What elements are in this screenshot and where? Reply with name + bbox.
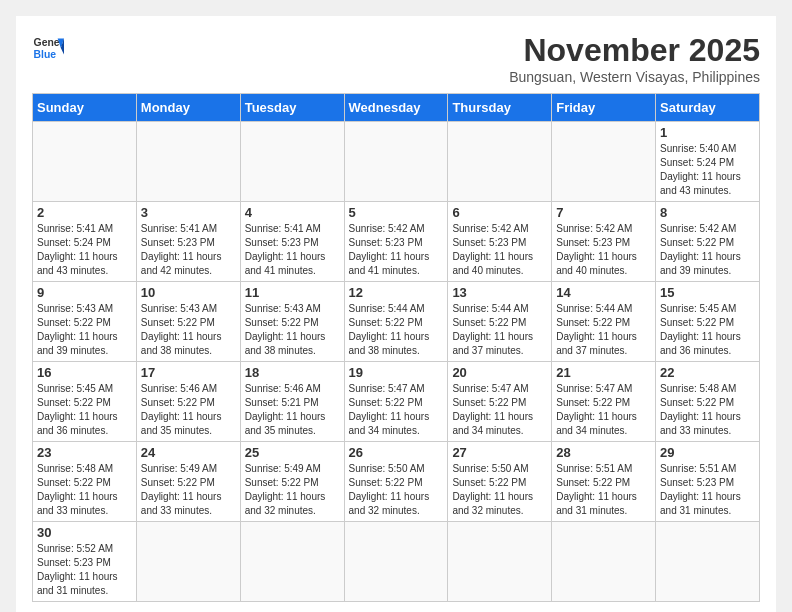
day-info: Sunrise: 5:52 AM Sunset: 5:23 PM Dayligh… (37, 542, 132, 598)
day-info: Sunrise: 5:42 AM Sunset: 5:23 PM Dayligh… (349, 222, 444, 278)
page: General Blue November 2025 Bungsuan, Wes… (16, 16, 776, 612)
day-info: Sunrise: 5:41 AM Sunset: 5:23 PM Dayligh… (141, 222, 236, 278)
calendar-cell: 11Sunrise: 5:43 AM Sunset: 5:22 PM Dayli… (240, 282, 344, 362)
calendar-cell: 23Sunrise: 5:48 AM Sunset: 5:22 PM Dayli… (33, 442, 137, 522)
calendar-cell (136, 122, 240, 202)
day-info: Sunrise: 5:46 AM Sunset: 5:21 PM Dayligh… (245, 382, 340, 438)
calendar-cell: 13Sunrise: 5:44 AM Sunset: 5:22 PM Dayli… (448, 282, 552, 362)
day-info: Sunrise: 5:42 AM Sunset: 5:22 PM Dayligh… (660, 222, 755, 278)
calendar-cell: 17Sunrise: 5:46 AM Sunset: 5:22 PM Dayli… (136, 362, 240, 442)
day-number: 9 (37, 285, 132, 300)
subtitle: Bungsuan, Western Visayas, Philippines (509, 69, 760, 85)
calendar-cell: 27Sunrise: 5:50 AM Sunset: 5:22 PM Dayli… (448, 442, 552, 522)
calendar-cell: 2Sunrise: 5:41 AM Sunset: 5:24 PM Daylig… (33, 202, 137, 282)
day-number: 22 (660, 365, 755, 380)
calendar-cell (136, 522, 240, 602)
calendar-week-row: 2Sunrise: 5:41 AM Sunset: 5:24 PM Daylig… (33, 202, 760, 282)
calendar-cell: 25Sunrise: 5:49 AM Sunset: 5:22 PM Dayli… (240, 442, 344, 522)
day-info: Sunrise: 5:48 AM Sunset: 5:22 PM Dayligh… (660, 382, 755, 438)
day-info: Sunrise: 5:42 AM Sunset: 5:23 PM Dayligh… (452, 222, 547, 278)
calendar-cell: 5Sunrise: 5:42 AM Sunset: 5:23 PM Daylig… (344, 202, 448, 282)
day-info: Sunrise: 5:41 AM Sunset: 5:24 PM Dayligh… (37, 222, 132, 278)
logo-icon: General Blue (32, 32, 64, 64)
calendar-week-row: 23Sunrise: 5:48 AM Sunset: 5:22 PM Dayli… (33, 442, 760, 522)
calendar-cell: 1Sunrise: 5:40 AM Sunset: 5:24 PM Daylig… (656, 122, 760, 202)
calendar-header-row: SundayMondayTuesdayWednesdayThursdayFrid… (33, 94, 760, 122)
day-number: 6 (452, 205, 547, 220)
day-number: 8 (660, 205, 755, 220)
col-header-monday: Monday (136, 94, 240, 122)
calendar-cell: 22Sunrise: 5:48 AM Sunset: 5:22 PM Dayli… (656, 362, 760, 442)
day-info: Sunrise: 5:50 AM Sunset: 5:22 PM Dayligh… (452, 462, 547, 518)
day-number: 5 (349, 205, 444, 220)
day-number: 24 (141, 445, 236, 460)
calendar-cell: 20Sunrise: 5:47 AM Sunset: 5:22 PM Dayli… (448, 362, 552, 442)
day-info: Sunrise: 5:47 AM Sunset: 5:22 PM Dayligh… (556, 382, 651, 438)
calendar-cell (344, 122, 448, 202)
calendar-cell: 15Sunrise: 5:45 AM Sunset: 5:22 PM Dayli… (656, 282, 760, 362)
svg-text:Blue: Blue (34, 49, 57, 60)
calendar-cell: 8Sunrise: 5:42 AM Sunset: 5:22 PM Daylig… (656, 202, 760, 282)
day-number: 19 (349, 365, 444, 380)
day-number: 13 (452, 285, 547, 300)
day-info: Sunrise: 5:45 AM Sunset: 5:22 PM Dayligh… (37, 382, 132, 438)
day-number: 23 (37, 445, 132, 460)
calendar-cell: 6Sunrise: 5:42 AM Sunset: 5:23 PM Daylig… (448, 202, 552, 282)
day-number: 26 (349, 445, 444, 460)
calendar-cell: 14Sunrise: 5:44 AM Sunset: 5:22 PM Dayli… (552, 282, 656, 362)
day-number: 18 (245, 365, 340, 380)
calendar-cell: 10Sunrise: 5:43 AM Sunset: 5:22 PM Dayli… (136, 282, 240, 362)
calendar-cell: 18Sunrise: 5:46 AM Sunset: 5:21 PM Dayli… (240, 362, 344, 442)
header: General Blue November 2025 Bungsuan, Wes… (32, 32, 760, 85)
day-number: 2 (37, 205, 132, 220)
day-info: Sunrise: 5:51 AM Sunset: 5:23 PM Dayligh… (660, 462, 755, 518)
day-number: 17 (141, 365, 236, 380)
day-number: 27 (452, 445, 547, 460)
col-header-tuesday: Tuesday (240, 94, 344, 122)
calendar-cell: 12Sunrise: 5:44 AM Sunset: 5:22 PM Dayli… (344, 282, 448, 362)
day-number: 29 (660, 445, 755, 460)
day-info: Sunrise: 5:42 AM Sunset: 5:23 PM Dayligh… (556, 222, 651, 278)
calendar-cell (240, 522, 344, 602)
day-info: Sunrise: 5:41 AM Sunset: 5:23 PM Dayligh… (245, 222, 340, 278)
day-number: 15 (660, 285, 755, 300)
col-header-friday: Friday (552, 94, 656, 122)
day-number: 3 (141, 205, 236, 220)
day-info: Sunrise: 5:46 AM Sunset: 5:22 PM Dayligh… (141, 382, 236, 438)
day-info: Sunrise: 5:50 AM Sunset: 5:22 PM Dayligh… (349, 462, 444, 518)
calendar-cell (344, 522, 448, 602)
calendar-cell: 19Sunrise: 5:47 AM Sunset: 5:22 PM Dayli… (344, 362, 448, 442)
calendar: SundayMondayTuesdayWednesdayThursdayFrid… (32, 93, 760, 602)
day-number: 16 (37, 365, 132, 380)
calendar-cell: 21Sunrise: 5:47 AM Sunset: 5:22 PM Dayli… (552, 362, 656, 442)
title-block: November 2025 Bungsuan, Western Visayas,… (509, 32, 760, 85)
col-header-thursday: Thursday (448, 94, 552, 122)
day-number: 7 (556, 205, 651, 220)
day-info: Sunrise: 5:44 AM Sunset: 5:22 PM Dayligh… (556, 302, 651, 358)
calendar-cell: 7Sunrise: 5:42 AM Sunset: 5:23 PM Daylig… (552, 202, 656, 282)
day-info: Sunrise: 5:43 AM Sunset: 5:22 PM Dayligh… (37, 302, 132, 358)
calendar-cell: 28Sunrise: 5:51 AM Sunset: 5:22 PM Dayli… (552, 442, 656, 522)
calendar-week-row: 1Sunrise: 5:40 AM Sunset: 5:24 PM Daylig… (33, 122, 760, 202)
day-number: 12 (349, 285, 444, 300)
calendar-cell: 29Sunrise: 5:51 AM Sunset: 5:23 PM Dayli… (656, 442, 760, 522)
day-number: 28 (556, 445, 651, 460)
day-info: Sunrise: 5:47 AM Sunset: 5:22 PM Dayligh… (349, 382, 444, 438)
day-number: 14 (556, 285, 651, 300)
day-info: Sunrise: 5:49 AM Sunset: 5:22 PM Dayligh… (245, 462, 340, 518)
day-info: Sunrise: 5:43 AM Sunset: 5:22 PM Dayligh… (245, 302, 340, 358)
calendar-cell: 16Sunrise: 5:45 AM Sunset: 5:22 PM Dayli… (33, 362, 137, 442)
day-info: Sunrise: 5:47 AM Sunset: 5:22 PM Dayligh… (452, 382, 547, 438)
day-info: Sunrise: 5:48 AM Sunset: 5:22 PM Dayligh… (37, 462, 132, 518)
calendar-cell: 9Sunrise: 5:43 AM Sunset: 5:22 PM Daylig… (33, 282, 137, 362)
day-info: Sunrise: 5:44 AM Sunset: 5:22 PM Dayligh… (452, 302, 547, 358)
day-info: Sunrise: 5:45 AM Sunset: 5:22 PM Dayligh… (660, 302, 755, 358)
calendar-cell (552, 522, 656, 602)
day-number: 25 (245, 445, 340, 460)
day-info: Sunrise: 5:44 AM Sunset: 5:22 PM Dayligh… (349, 302, 444, 358)
day-info: Sunrise: 5:51 AM Sunset: 5:22 PM Dayligh… (556, 462, 651, 518)
month-title: November 2025 (509, 32, 760, 69)
day-info: Sunrise: 5:49 AM Sunset: 5:22 PM Dayligh… (141, 462, 236, 518)
calendar-week-row: 30Sunrise: 5:52 AM Sunset: 5:23 PM Dayli… (33, 522, 760, 602)
col-header-saturday: Saturday (656, 94, 760, 122)
